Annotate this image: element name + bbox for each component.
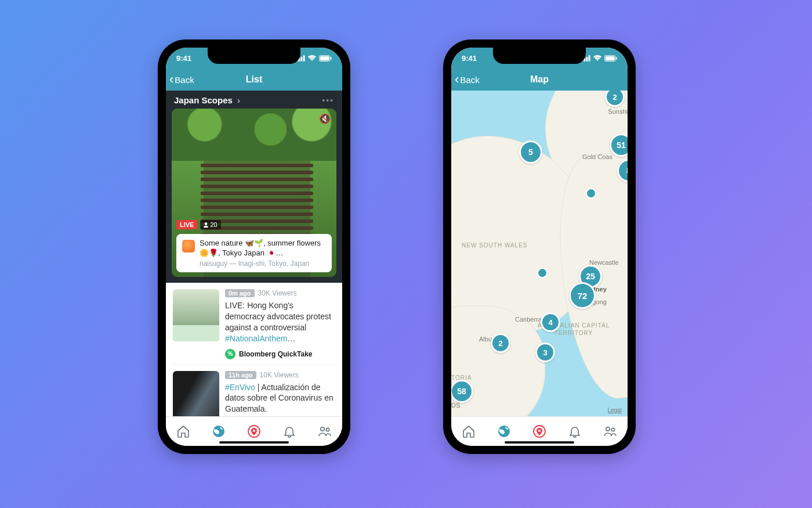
featured-section: Japan Scopes › ••• 🔇 LIVE xyxy=(166,91,342,283)
section-title-row: Japan Scopes › xyxy=(174,95,240,105)
svg-rect-17 xyxy=(606,56,615,60)
phone-list: 9:41 ‹ Back List Japan Sco xyxy=(158,39,350,454)
back-label: Back xyxy=(175,75,194,85)
feed-list: 0m ago 30K Viewers LIVE: Hong Kong's dem… xyxy=(166,283,342,417)
map-dot[interactable] xyxy=(537,268,548,278)
battery-icon xyxy=(604,55,617,62)
svg-rect-15 xyxy=(589,55,590,61)
age-pill: 11h ago xyxy=(225,371,256,379)
tab-globe[interactable] xyxy=(211,424,226,439)
status-time: 9:41 xyxy=(176,54,191,63)
feed-item[interactable]: 11h ago 10K Viewers #EnVivo | Actualizac… xyxy=(166,365,342,417)
back-button[interactable]: ‹ Back xyxy=(166,73,194,86)
live-badge: LIVE xyxy=(176,220,197,229)
home-indicator[interactable] xyxy=(219,441,289,444)
tab-people[interactable] xyxy=(317,424,332,439)
wifi-icon xyxy=(307,55,317,62)
map-cluster[interactable]: 4 xyxy=(541,312,560,332)
source-name: Bloomberg QuickTake xyxy=(239,350,312,358)
tab-notifications[interactable] xyxy=(567,424,582,439)
stage: 9:41 ‹ Back List Japan Sco xyxy=(0,0,812,508)
svg-rect-5 xyxy=(320,56,329,60)
status-icons xyxy=(296,55,332,62)
source-row[interactable]: % Bloomberg QuickTake xyxy=(225,349,335,359)
region-label: AUSTRALIAN CAPITAL TERRITORY xyxy=(520,322,628,337)
tab-home[interactable] xyxy=(461,424,476,439)
home-indicator[interactable] xyxy=(505,441,574,444)
tab-notifications[interactable] xyxy=(282,424,297,439)
svg-point-22 xyxy=(611,428,614,431)
feed-title: #EnVivo | Actualización de datos sobre e… xyxy=(225,382,335,415)
nav-bar-map: ‹ Back Map xyxy=(451,69,628,91)
section-title: Japan Scopes xyxy=(174,95,233,105)
svg-point-11 xyxy=(326,428,329,431)
back-label: Back xyxy=(460,75,479,85)
legal-link[interactable]: Legal xyxy=(608,407,622,413)
back-button[interactable]: ‹ Back xyxy=(451,73,480,86)
svg-rect-6 xyxy=(331,57,332,60)
screen-map: 9:41 ‹ Back Map xyxy=(451,48,628,446)
viewer-count: 20 xyxy=(210,221,217,228)
caption-meta: naisuguy — Inagi-shi, Tokyo, Japan xyxy=(200,260,326,268)
wifi-icon xyxy=(593,55,602,62)
viewers-text: 30K Viewers xyxy=(258,289,297,297)
section-header[interactable]: Japan Scopes › ••• xyxy=(166,91,342,109)
map-cluster[interactable]: 72 xyxy=(569,282,596,309)
tab-people[interactable] xyxy=(603,424,618,439)
chevron-left-icon: ‹ xyxy=(169,73,173,86)
source-badge-icon: % xyxy=(225,349,235,359)
region-label: NEW SOUTH WALES xyxy=(462,242,528,249)
tab-broadcast[interactable] xyxy=(246,424,262,439)
notch xyxy=(493,48,586,64)
feed-meta-row: 11h ago 10K Viewers xyxy=(225,371,335,379)
svg-rect-18 xyxy=(616,57,617,60)
hashtag[interactable]: #NationalAnthem xyxy=(225,334,287,343)
feed-item[interactable]: 0m ago 30K Viewers LIVE: Hong Kong's dem… xyxy=(166,283,342,364)
svg-point-7 xyxy=(205,222,208,225)
hero-card[interactable]: 🔇 LIVE 20 Some nature 🦋🌱, summer fl xyxy=(172,109,336,277)
author-avatar[interactable] xyxy=(182,240,195,253)
tab-home[interactable] xyxy=(176,424,191,439)
hashtag[interactable]: #EnVivo xyxy=(225,383,255,392)
map-content[interactable]: NEW SOUTH WALES AUSTRALIAN CAPITAL TERRI… xyxy=(451,91,628,417)
tab-broadcast[interactable] xyxy=(532,424,547,439)
svg-rect-3 xyxy=(303,55,305,61)
screen-list: 9:41 ‹ Back List Japan Sco xyxy=(166,48,342,446)
viewers-badge: 20 xyxy=(200,220,220,229)
viewers-text: 10K Viewers xyxy=(260,371,299,379)
svg-point-10 xyxy=(320,427,324,431)
more-button[interactable]: ••• xyxy=(322,96,334,105)
phone-map: 9:41 ‹ Back Map xyxy=(443,39,636,454)
city-label: Canberra xyxy=(515,316,542,323)
feed-meta-row: 0m ago 30K Viewers xyxy=(225,289,335,297)
map-cluster[interactable]: 5 xyxy=(519,140,542,164)
chevron-left-icon: ‹ xyxy=(455,73,459,86)
nav-bar-list: ‹ Back List xyxy=(166,69,342,91)
mute-icon[interactable]: 🔇 xyxy=(319,113,331,124)
svg-rect-2 xyxy=(300,57,302,62)
age-pill: 0m ago xyxy=(225,289,255,297)
map-cluster[interactable]: 3 xyxy=(535,343,555,362)
feed-title: LIVE: Hong Kong's democracy advocates pr… xyxy=(225,300,335,344)
status-time: 9:41 xyxy=(462,54,477,63)
map-cluster[interactable]: 2 xyxy=(491,333,510,353)
status-icons xyxy=(581,55,617,62)
caption-card: Some nature 🦋🌱, summer flowers 🌼🌹, Tokyo… xyxy=(176,234,332,272)
notch xyxy=(208,48,300,64)
svg-rect-14 xyxy=(586,57,588,62)
battery-icon xyxy=(319,55,332,62)
map-canvas[interactable]: NEW SOUTH WALES AUSTRALIAN CAPITAL TERRI… xyxy=(451,91,628,417)
city-label: Gold Coas xyxy=(582,153,612,160)
svg-point-21 xyxy=(606,427,609,431)
city-label: Albu xyxy=(479,336,492,343)
city-label: DS xyxy=(451,402,460,409)
city-label: Sunshi xyxy=(608,108,628,115)
tab-globe[interactable] xyxy=(496,424,512,439)
map-dot[interactable] xyxy=(586,188,596,199)
caption-text: Some nature 🦋🌱, summer flowers 🌼🌹, Tokyo… xyxy=(200,239,326,258)
feed-thumbnail xyxy=(173,289,219,341)
feed-thumbnail xyxy=(173,371,219,417)
live-indicator-row: LIVE 20 xyxy=(176,220,221,229)
list-content[interactable]: Japan Scopes › ••• 🔇 LIVE xyxy=(166,91,342,417)
chevron-right-icon: › xyxy=(237,95,240,105)
